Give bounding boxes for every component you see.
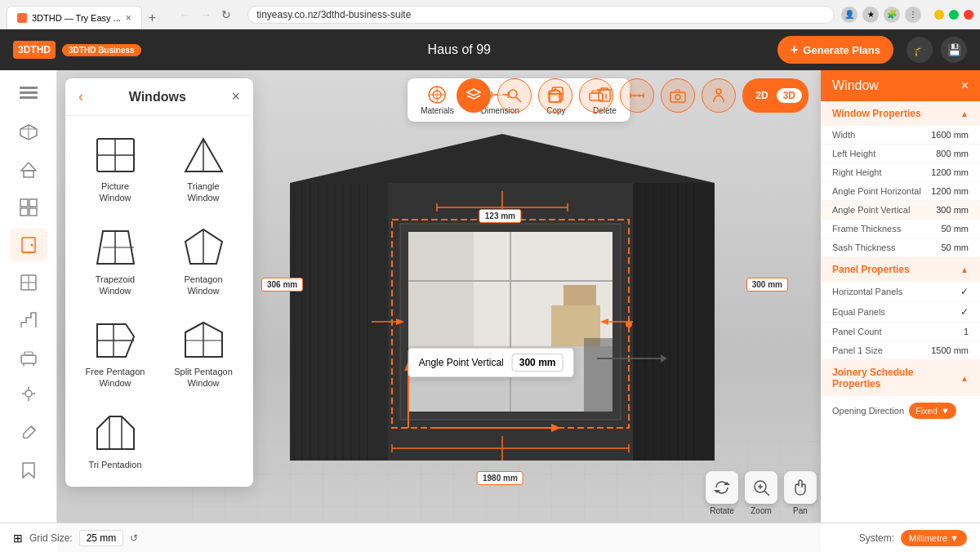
prop-value-angle-horizontal: 1200 mm — [931, 186, 969, 196]
prop-row-frame-thickness: Frame Thickness 50 mm — [821, 220, 980, 238]
sidebar-icon-window[interactable] — [10, 266, 47, 299]
sidebar-icon-door[interactable] — [10, 229, 47, 261]
bookmark-browser-icon[interactable]: ★ — [862, 7, 879, 23]
opening-direction-dropdown[interactable]: Fixed ▼ — [909, 403, 956, 419]
prop-row-sash-thickness: Sash Thickness 50 mm — [821, 238, 980, 257]
toggle-2d-button[interactable]: 2D — [749, 88, 774, 103]
window-item-pentagon[interactable]: PentagonWindow — [160, 216, 247, 307]
help-icon[interactable]: 🎓 — [906, 37, 933, 63]
prop-value-panel-count: 1 — [964, 327, 969, 336]
svg-rect-7 — [24, 171, 33, 177]
sidebar-icon-layers[interactable] — [10, 78, 47, 111]
svg-rect-49 — [590, 93, 603, 100]
svg-rect-56 — [670, 92, 685, 102]
free-pentagon-window-label: Free PentagonWindow — [86, 366, 145, 390]
window-item-tri-pentadion[interactable]: Tri Pentadion — [72, 401, 158, 480]
panel-properties-section: Panel Properties ▲ Horizontal Panels ✓ E… — [821, 257, 980, 360]
panel-properties-header[interactable]: Panel Properties ▲ — [821, 257, 980, 282]
sidebar-icon-paint[interactable] — [10, 416, 47, 449]
windows-panel-close-button[interactable]: × — [231, 88, 240, 105]
browser-tab[interactable]: 3DTHD — Try Easy ... × — [7, 6, 142, 29]
sidebar-icon-cube[interactable] — [10, 116, 47, 149]
back-button[interactable]: ← — [176, 7, 194, 23]
svg-rect-50 — [592, 91, 600, 93]
window-properties-header[interactable]: Window Properties ▲ — [821, 101, 980, 126]
browser-nav: ← → ↻ — [169, 7, 241, 23]
sidebar-icon-stairs[interactable] — [10, 304, 47, 336]
grid-size-section: ⊞ Grid Size: 25 mm ↺ — [13, 530, 138, 546]
extension-icon[interactable]: 🧩 — [884, 7, 900, 23]
close-button[interactable] — [964, 10, 973, 20]
settings-icon[interactable]: ⋮ — [905, 7, 921, 23]
tab-title: 3DTHD — Try Easy ... — [32, 13, 121, 23]
address-bar[interactable] — [247, 6, 835, 24]
rotate-control[interactable]: Rotate — [706, 471, 738, 515]
view-icon-camera[interactable] — [661, 78, 695, 113]
app: 3DTHD 3DTHD Business Haus of 99 Generate… — [0, 29, 980, 552]
window-item-split-pentagon[interactable]: Split PentagonWindow — [160, 308, 247, 399]
prop-label-width: Width — [832, 130, 855, 140]
svg-rect-10 — [20, 208, 28, 216]
prop-label-horizontal-panels: Horizontal Panels — [832, 287, 902, 296]
view-icon-measure[interactable] — [620, 78, 654, 113]
window-item-trapezoid[interactable]: TrapezoidWindow — [72, 216, 158, 307]
tri-pentadion-label: Tri Pentadion — [88, 459, 141, 470]
reload-button[interactable]: ↻ — [218, 7, 234, 23]
view-icon-building[interactable] — [538, 78, 572, 113]
picture-window-label: PictureWindow — [99, 180, 131, 204]
sidebar-icon-roof[interactable] — [10, 154, 47, 186]
svg-marker-28 — [23, 463, 34, 478]
view-icon-layers[interactable] — [457, 78, 491, 113]
pan-label: Pan — [793, 506, 808, 515]
svg-rect-11 — [29, 208, 37, 216]
svg-point-22 — [25, 390, 32, 397]
zoom-icon — [745, 471, 777, 504]
svg-rect-66 — [408, 232, 474, 346]
tab-close-button[interactable]: × — [126, 12, 131, 24]
window-item-free-pentagon[interactable]: Free PentagonWindow — [72, 308, 158, 399]
profile-icon[interactable]: 👤 — [841, 7, 858, 23]
dim-left: 306 mm — [261, 278, 303, 292]
view-icon-person[interactable] — [702, 78, 736, 113]
grid-size-value[interactable]: 25 mm — [79, 530, 124, 546]
joinery-properties-section: Joinery Schedule Properties ▲ Opening Di… — [821, 360, 980, 425]
svg-line-27 — [31, 426, 35, 430]
minimize-button[interactable] — [934, 10, 944, 20]
prop-value-right-height: 1200 mm — [931, 167, 969, 177]
pan-control[interactable]: Pan — [784, 471, 817, 515]
props-close-button[interactable]: × — [961, 78, 969, 93]
window-item-picture[interactable]: PictureWindow — [72, 122, 158, 214]
prop-value-width: 1600 mm — [931, 130, 969, 140]
prop-row-panel-count: Panel Count 1 — [821, 323, 980, 341]
sidebar-icon-light[interactable] — [10, 379, 47, 412]
zoom-control[interactable]: Zoom — [745, 471, 777, 515]
windows-panel-title: Windows — [129, 90, 186, 105]
sidebar-icon-furniture[interactable] — [10, 341, 47, 374]
save-icon[interactable]: 💾 — [941, 37, 967, 63]
prop-row-width: Width 1600 mm — [821, 126, 980, 145]
rotate-icon — [706, 471, 738, 504]
toggle-3d-button[interactable]: 3D — [777, 88, 802, 103]
window-item-triangle[interactable]: TriangleWindow — [160, 122, 247, 214]
view-icon-furniture[interactable] — [579, 78, 613, 113]
grid-icon: ⊞ — [13, 532, 23, 545]
prop-row-angle-vertical: Angle Point Vertical 300 mm — [821, 201, 980, 220]
new-tab-button[interactable]: + — [142, 7, 163, 29]
toolbar-materials[interactable]: Materials — [421, 85, 454, 115]
svg-point-14 — [30, 244, 33, 247]
svg-marker-61 — [290, 134, 715, 183]
forward-button[interactable]: → — [197, 7, 215, 23]
generate-plans-button[interactable]: Generate Plans — [777, 36, 893, 64]
joinery-properties-header[interactable]: Joinery Schedule Properties ▲ — [821, 360, 980, 396]
sidebar-icon-bookmark[interactable] — [10, 454, 47, 487]
view-icon-search[interactable] — [497, 78, 532, 113]
system-dropdown[interactable]: Millimetre ▼ — [901, 530, 967, 546]
windows-panel-back-button[interactable]: ‹ — [78, 88, 83, 105]
svg-rect-18 — [21, 355, 36, 363]
prop-label-angle-horizontal: Angle Point Horizontal — [832, 186, 921, 196]
grid-reset-button[interactable]: ↺ — [130, 532, 138, 544]
sidebar-icon-floor[interactable] — [10, 191, 47, 224]
maximize-button[interactable] — [949, 10, 959, 20]
materials-label: Materials — [421, 106, 454, 115]
rotate-label: Rotate — [710, 506, 733, 515]
